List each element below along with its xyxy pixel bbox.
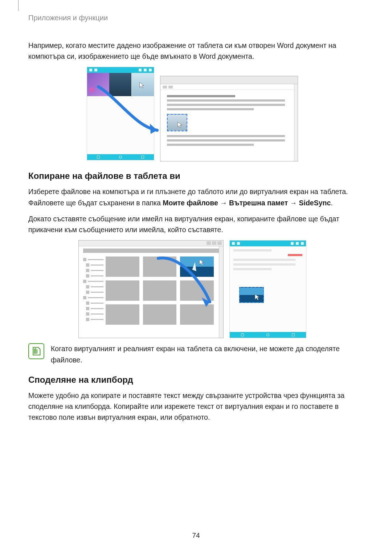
file-grid [106, 257, 223, 338]
label-line [91, 313, 103, 315]
text-line [167, 135, 285, 137]
illustration-pc-to-tablet [28, 240, 362, 338]
pc-toolbar [160, 84, 298, 90]
nav-recent-icon [97, 156, 100, 159]
folder-icon [86, 269, 89, 272]
label-line [91, 270, 103, 271]
folder-icon [86, 301, 89, 305]
label-line [88, 281, 103, 282]
label-line [91, 275, 103, 276]
status-icon [232, 242, 235, 245]
folder-icon [83, 258, 86, 261]
label-line [91, 308, 103, 309]
status-icon [94, 69, 97, 71]
virtual-tablet-screen [87, 67, 154, 160]
virtual-tablet-screen [229, 240, 306, 338]
nav-home-icon [266, 333, 269, 336]
section1-paragraph-2: Докато съставяте съобщение или имейл на … [28, 213, 362, 235]
text-line [233, 259, 295, 261]
file-thumb [106, 280, 139, 301]
pc2-titlebar [79, 241, 223, 246]
folder-icon [83, 280, 86, 283]
window-minimize-icon [139, 69, 142, 71]
path-bold: Моите файлове → Вътрешна памет → SideSyn… [163, 199, 331, 207]
explorer-sidebar [80, 257, 106, 338]
note-icon [28, 343, 44, 359]
nav-home-icon [119, 156, 122, 159]
gallery-row [87, 73, 154, 96]
image-drop-target [167, 114, 187, 131]
file-thumb-photo [180, 257, 214, 277]
folder-icon [86, 285, 89, 288]
toolbar-tab-icon [168, 86, 173, 89]
text-line [233, 249, 271, 251]
window-maximize-icon [144, 69, 147, 71]
pc-word-window [160, 76, 298, 161]
document-body [160, 90, 298, 161]
note-block: Когато виртуалният и реалният екран на т… [28, 343, 362, 365]
status-icon [237, 242, 240, 245]
folder-icon [86, 312, 89, 316]
explorer-body [79, 253, 223, 338]
label-line [88, 259, 103, 260]
text-line [167, 108, 254, 110]
toolbar-tab-icon [163, 86, 167, 89]
text-line [167, 104, 285, 106]
file-thumb [180, 280, 214, 301]
pc-titlebar [160, 76, 298, 84]
file-thumb [143, 280, 177, 301]
text-line [167, 144, 254, 146]
folder-icon [86, 307, 89, 310]
folder-icon [86, 263, 89, 267]
image-drop-target [239, 287, 264, 303]
text-line [233, 268, 271, 270]
window-minimize-icon [207, 241, 211, 245]
nav-recent-icon [241, 333, 244, 336]
text-line [167, 99, 285, 102]
compose-body [230, 246, 306, 332]
text-line [233, 263, 295, 266]
window-close-icon [217, 241, 222, 245]
label-line [91, 292, 103, 293]
label-line [91, 319, 103, 320]
page-number: 74 [192, 532, 200, 539]
page-crop-mark [18, 0, 19, 11]
text: . [331, 199, 332, 207]
intro-paragraph: Например, когато местите дадено изображе… [28, 40, 362, 62]
pc-explorer-window [78, 240, 224, 338]
scrollbar [294, 84, 298, 161]
file-thumb [106, 304, 139, 325]
cursor-icon [177, 121, 183, 128]
heading-clipboard-share: Споделяне на клипборд [28, 375, 362, 385]
label-line [88, 297, 103, 298]
window-minimize-icon [291, 242, 294, 245]
send-button-placeholder [288, 254, 302, 256]
cursor-icon [199, 259, 205, 266]
nav-back-icon [141, 156, 144, 159]
file-thumb [106, 257, 139, 277]
folder-icon [86, 274, 89, 278]
thumbnail-sky [131, 73, 154, 96]
tablet-navbar [87, 154, 154, 160]
tablet-navbar [230, 332, 306, 338]
window-maximize-icon [212, 241, 216, 245]
file-thumb [143, 257, 177, 277]
window-close-icon [149, 69, 152, 71]
section1-paragraph-1: Изберете файлове на компютъра и ги плъзн… [28, 186, 362, 208]
thumbnail-flower [87, 73, 109, 96]
folder-icon [86, 318, 89, 321]
tablet-statusbar [230, 241, 306, 246]
thumbnail-waterfall [109, 73, 131, 96]
folder-icon [83, 296, 86, 299]
heading-copy-files: Копиране на файлове в таблета ви [28, 171, 362, 181]
text-line [167, 95, 235, 97]
text-line [167, 139, 285, 141]
window-close-icon [301, 242, 304, 245]
note-text: Когато виртуалният и реалният екран на т… [51, 343, 362, 365]
page-content: Например, когато местите дадено изображе… [28, 40, 362, 428]
window-maximize-icon [296, 242, 299, 245]
tablet-statusbar [87, 67, 154, 73]
scrollbar [219, 246, 223, 338]
nav-back-icon [292, 333, 295, 336]
status-icon [89, 69, 92, 71]
